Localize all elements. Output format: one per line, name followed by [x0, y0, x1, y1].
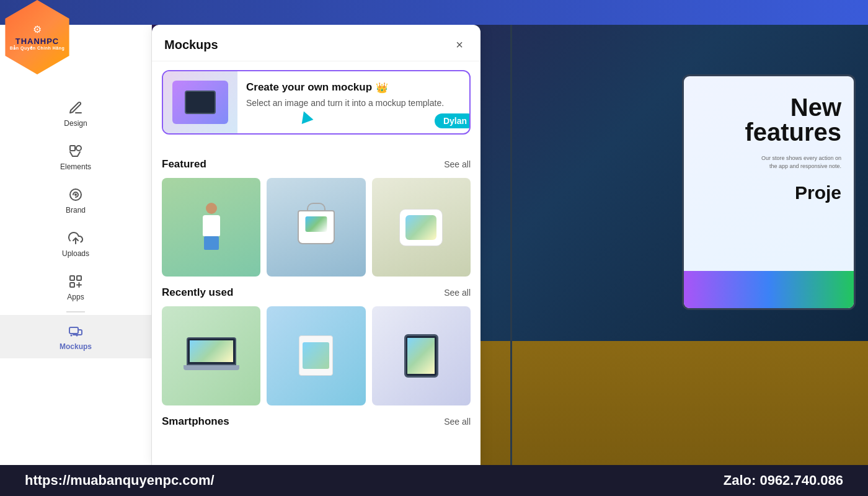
vertical-divider [510, 25, 512, 465]
grid-plus-icon [68, 273, 83, 290]
cloud-upload-icon [68, 229, 83, 247]
create-mockup-content: Create your own mockup 👑 Select an image… [237, 71, 469, 133]
bottom-bar: https://muabanquyenpc.com/ Zalo: 0962.74… [0, 465, 868, 496]
tablet-text-features: features [745, 120, 841, 144]
svg-point-3 [74, 193, 77, 196]
shapes-icon [68, 143, 83, 160]
bottom-bar-right-text: Zalo: 0962.740.086 [724, 472, 843, 489]
featured-mockup-1[interactable] [162, 178, 260, 277]
sidebar-nav: Design Elements [0, 92, 151, 358]
cursor-icon [298, 109, 314, 124]
featured-section-header: Featured See all [162, 158, 471, 170]
tablet-mockup-icon [404, 334, 438, 378]
sidebar-item-label-apps: Apps [67, 293, 84, 301]
sidebar-item-apps[interactable]: Apps [0, 265, 151, 309]
smartphones-title: Smartphones [162, 415, 229, 428]
recently-used-title: Recently used [162, 286, 233, 299]
sidebar: Design Elements [0, 25, 152, 465]
sidebar-item-elements[interactable]: Elements [0, 135, 151, 179]
gear-icon: ⚙ [33, 24, 42, 35]
svg-rect-7 [70, 283, 74, 287]
recent-mockup-1[interactable] [162, 306, 260, 405]
featured-mockup-2[interactable] [267, 178, 365, 277]
sidebar-item-brand[interactable]: Brand [0, 179, 151, 222]
tablet-screen: New features Our store shows every actio… [684, 76, 854, 308]
smartphones-see-all[interactable]: See all [444, 417, 471, 427]
tablet-icon [185, 91, 216, 114]
smartphones-section-header: Smartphones See all [162, 415, 471, 428]
svg-point-12 [76, 335, 78, 337]
panel-scrollable-content: Featured See all [152, 143, 480, 465]
sidebar-item-label-uploads: Uploads [62, 249, 89, 258]
svg-point-1 [76, 146, 81, 151]
tote-bag-icon [298, 210, 335, 244]
mockups-panel: Mockups × Create your own mockup 👑 Selec… [152, 25, 480, 465]
person-body [203, 215, 220, 236]
crown-icon: 👑 [376, 82, 388, 94]
svg-point-11 [71, 335, 73, 337]
user-label: Dylan [435, 113, 471, 128]
sidebar-item-label-mockups: Mockups [60, 342, 92, 351]
tablet-device: New features Our store shows every actio… [682, 74, 856, 310]
close-icon: × [456, 38, 463, 52]
person-head [206, 203, 217, 214]
sidebar-item-mockups[interactable]: Mockups [0, 315, 151, 358]
create-mockup-title: Create your own mockup 👑 [246, 81, 461, 94]
bag-held-icon [299, 335, 333, 376]
tablet-text-project: Proje [795, 182, 841, 203]
create-mockup-card[interactable]: Create your own mockup 👑 Select an image… [162, 70, 471, 135]
laptop-icon [187, 337, 236, 374]
brand-icon [68, 186, 83, 203]
svg-rect-0 [70, 146, 75, 151]
featured-title: Featured [162, 158, 206, 170]
sidebar-item-label-brand: Brand [66, 206, 86, 215]
recently-used-see-all[interactable]: See all [444, 288, 471, 298]
featured-mockup-3[interactable] [372, 178, 471, 277]
recent-mockup-2[interactable] [267, 306, 365, 405]
tablet-display-area: New features Our store shows every actio… [620, 37, 856, 459]
svg-rect-5 [70, 276, 74, 280]
recently-used-grid [162, 306, 471, 405]
sidebar-item-label-elements: Elements [60, 162, 91, 171]
sidebar-item-design[interactable]: Design [0, 92, 151, 135]
mockups-icon [68, 322, 83, 340]
create-mockup-thumbnail [163, 71, 237, 133]
person-legs [204, 236, 219, 250]
person-figure-icon [197, 203, 225, 252]
sidebar-item-label-design: Design [64, 119, 87, 128]
logo-badge: ⚙ THANHPC Bản Quyền Chính Hãng [0, 0, 90, 84]
panel-title: Mockups [164, 38, 218, 52]
svg-rect-6 [77, 276, 81, 280]
sidebar-item-uploads[interactable]: Uploads [0, 222, 151, 265]
sidebar-divider [66, 311, 85, 312]
recent-mockup-3[interactable] [372, 306, 471, 405]
svg-rect-10 [69, 327, 78, 334]
top-bar [0, 0, 868, 25]
tablet-text-subtitle: Our store shows every action on the app … [755, 154, 841, 170]
logo-subtitle-text: Bản Quyền Chính Hãng [10, 46, 64, 51]
pillow-icon [399, 209, 443, 246]
logo-brand-text: THANHPC [16, 37, 60, 46]
create-mockup-description: Select an image and turn it into a mocku… [246, 97, 461, 110]
close-button[interactable]: × [451, 36, 468, 53]
bottom-bar-left-text: https://muabanquyenpc.com/ [25, 472, 215, 489]
featured-see-all[interactable]: See all [444, 159, 471, 169]
recently-used-section-header: Recently used See all [162, 286, 471, 299]
tablet-text-new: New [790, 95, 841, 120]
featured-grid [162, 178, 471, 277]
pencil-icon [68, 99, 83, 117]
tablet-color-bar [684, 271, 854, 308]
panel-header: Mockups × [152, 25, 480, 61]
main-layout: Design Elements [0, 25, 868, 465]
